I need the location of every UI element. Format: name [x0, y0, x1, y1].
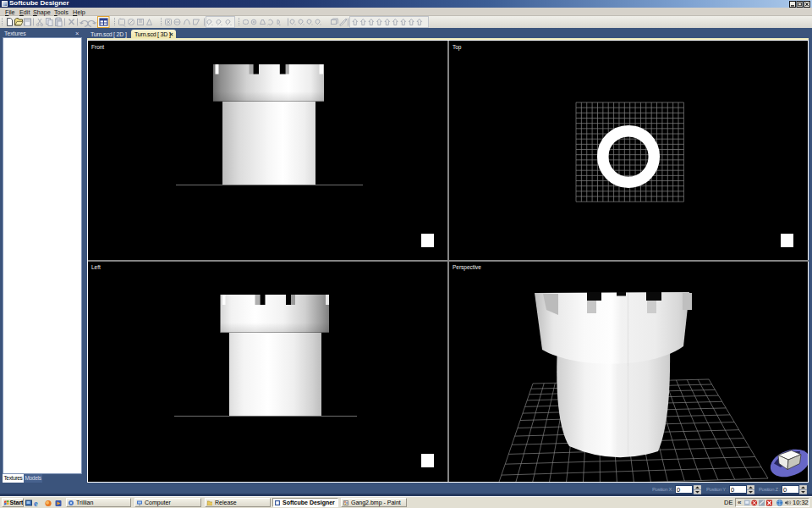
svg-text:e: e	[34, 500, 38, 507]
